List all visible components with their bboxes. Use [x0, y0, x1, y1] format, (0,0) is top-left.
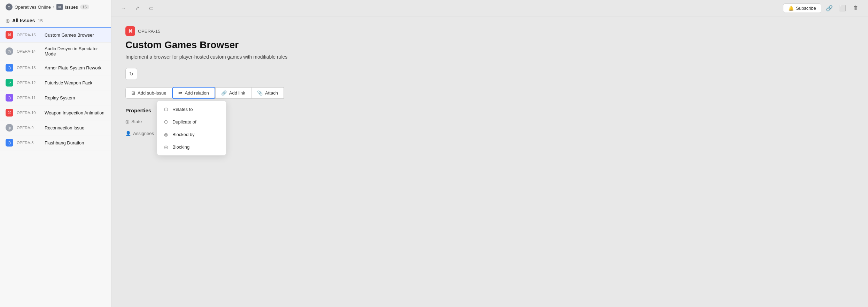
bell-icon: 🔔 — [788, 6, 794, 11]
blocked-by-label: Blocked by — [172, 132, 195, 137]
list-item[interactable]: ⬡ OPERA-8 Flashbang Duration — [0, 135, 111, 150]
duplicate-of-label: Duplicate of — [172, 119, 196, 125]
issue-id: OPERA-11 — [17, 96, 41, 100]
blocked-by-item[interactable]: ◎ Blocked by — [157, 128, 226, 141]
sub-issue-label: Add sub-issue — [138, 90, 166, 96]
link-icon: 🔗 — [221, 90, 227, 96]
issue-status-icon: ⬡ — [6, 64, 13, 72]
blocking-item[interactable]: ◎ Blocking — [157, 141, 226, 153]
issue-tag-icon: ⌘ — [125, 26, 135, 36]
main-content: → ⤢ ▭ 🔔 Subscribe 🔗 ⬜ 🗑 ⌘ OPERA-15 Custo… — [111, 0, 868, 307]
attach-button[interactable]: 📎 Attach — [251, 87, 284, 99]
issue-tag-label: OPERA-15 — [138, 29, 160, 34]
issue-status-icon: ⬡ — [6, 139, 13, 147]
list-item[interactable]: ⬡ OPERA-11 Replay System — [0, 90, 111, 105]
issue-tag-row: ⌘ OPERA-15 — [125, 26, 854, 36]
issue-status-icon: ⬡ — [6, 94, 13, 102]
issues-count-badge: 15 — [80, 5, 89, 9]
properties-section: Properties ◎ State 👤 Assignees NJ nitin.… — [125, 107, 854, 137]
relates-to-item[interactable]: ⬡ Relates to — [157, 103, 226, 115]
attach-label: Attach — [265, 90, 278, 96]
issue-description: Implement a browser for player-hosted cu… — [125, 54, 854, 60]
app-name: Operatives Online — [15, 5, 51, 10]
issue-title: Replay System — [45, 95, 75, 100]
archive-icon[interactable]: ⬜ — [837, 3, 848, 13]
issue-status-icon: ◎ — [6, 47, 13, 55]
sidebar: ⊙ Operatives Online › ⊞ Issues 15 ◎ All … — [0, 0, 111, 307]
assignees-row: 👤 Assignees NJ nitin.jain — [125, 129, 854, 137]
add-relation-button[interactable]: ⇌ Add relation — [172, 87, 215, 99]
state-icon: ◎ — [125, 119, 129, 124]
add-sub-issue-button[interactable]: ⊞ Add sub-issue — [125, 87, 172, 99]
refresh-button[interactable]: ↻ — [125, 68, 137, 80]
top-bar: → ⤢ ▭ 🔔 Subscribe 🔗 ⬜ 🗑 — [111, 0, 868, 16]
list-item[interactable]: ⌘ OPERA-10 Weapon Inspection Animation — [0, 105, 111, 120]
subscribe-label: Subscribe — [796, 6, 816, 11]
sub-issue-icon: ⊞ — [131, 90, 135, 96]
arrow-icon[interactable]: → — [118, 3, 128, 13]
panel-icon[interactable]: ▭ — [146, 3, 156, 13]
top-bar-left: → ⤢ ▭ — [118, 3, 156, 13]
issue-list: ⌘ OPERA-15 Custom Games Browser ◎ OPERA-… — [0, 28, 111, 307]
issue-id: OPERA-8 — [17, 141, 41, 145]
list-item[interactable]: ⌘ OPERA-15 Custom Games Browser — [0, 28, 111, 43]
all-issues-count: 15 — [38, 18, 42, 23]
issue-status-icon: ⌘ — [6, 109, 13, 117]
trash-icon[interactable]: 🗑 — [851, 3, 861, 13]
issue-id: OPERA-15 — [17, 33, 41, 37]
expand-icon[interactable]: ⤢ — [132, 3, 142, 13]
issue-id: OPERA-13 — [17, 66, 41, 70]
app-icon: ⊙ — [6, 3, 13, 10]
list-item[interactable]: ◎ OPERA-9 Reconnection Issue — [0, 120, 111, 135]
blocking-label: Blocking — [172, 144, 189, 150]
issue-id: OPERA-12 — [17, 81, 41, 85]
all-issues-label: All Issues — [12, 18, 35, 23]
duplicate-of-item[interactable]: ⬡ Duplicate of — [157, 115, 226, 128]
issue-title: Flashbang Duration — [45, 140, 84, 145]
relates-to-label: Relates to — [172, 107, 193, 112]
list-item[interactable]: ↗ OPERA-12 Futuristic Weapon Pack — [0, 75, 111, 90]
add-relation-label: Add relation — [185, 90, 209, 96]
breadcrumb-separator: › — [53, 5, 54, 9]
all-issues-icon: ◎ — [6, 18, 9, 23]
issue-main-title: Custom Games Browser — [125, 39, 854, 51]
assignees-icon: 👤 — [125, 131, 131, 136]
issues-label: Issues — [65, 5, 78, 10]
action-row: ⊞ Add sub-issue ⇌ Add relation 🔗 Add lin… — [125, 87, 854, 99]
relation-icon: ⇌ — [178, 90, 182, 96]
issue-title: Weapon Inspection Animation — [45, 110, 104, 115]
issue-title: Armor Plate System Rework — [45, 65, 101, 70]
duplicate-of-icon: ⬡ — [163, 119, 169, 125]
issue-status-icon: ⌘ — [6, 31, 13, 39]
issue-title: Futuristic Weapon Pack — [45, 80, 92, 85]
top-bar-right: 🔔 Subscribe 🔗 ⬜ 🗑 — [783, 3, 861, 13]
list-item[interactable]: ◎ OPERA-14 Audio Desync in Spectator Mod… — [0, 43, 111, 60]
issue-status-icon: ◎ — [6, 124, 13, 132]
link-icon[interactable]: 🔗 — [824, 3, 835, 13]
properties-title: Properties — [125, 107, 854, 113]
relation-dropdown: ⬡ Relates to ⬡ Duplicate of ◎ Blocked by… — [157, 100, 226, 156]
issue-id: OPERA-10 — [17, 111, 41, 115]
blocked-by-icon: ◎ — [163, 131, 169, 137]
relates-to-icon: ⬡ — [163, 106, 169, 112]
issue-id: OPERA-9 — [17, 126, 41, 130]
content-area: ⌘ OPERA-15 Custom Games Browser Implemen… — [111, 16, 868, 307]
issue-title: Audio Desync in Spectator Mode — [45, 46, 106, 57]
breadcrumb: ⊙ Operatives Online › ⊞ Issues 15 — [0, 0, 111, 14]
attach-icon: 📎 — [257, 90, 263, 96]
issue-status-icon: ↗ — [6, 79, 13, 87]
issue-title: Custom Games Browser — [45, 32, 94, 38]
list-item[interactable]: ⬡ OPERA-13 Armor Plate System Rework — [0, 60, 111, 75]
blocking-icon: ◎ — [163, 144, 169, 150]
add-link-label: Add link — [229, 90, 245, 96]
add-link-button[interactable]: 🔗 Add link — [215, 87, 251, 99]
issues-icon: ⊞ — [56, 4, 63, 10]
state-row: ◎ State — [125, 119, 854, 124]
issue-title: Reconnection Issue — [45, 125, 84, 130]
all-issues-row[interactable]: ◎ All Issues 15 — [0, 14, 111, 28]
subscribe-button[interactable]: 🔔 Subscribe — [783, 3, 821, 13]
issue-id: OPERA-14 — [17, 49, 41, 53]
